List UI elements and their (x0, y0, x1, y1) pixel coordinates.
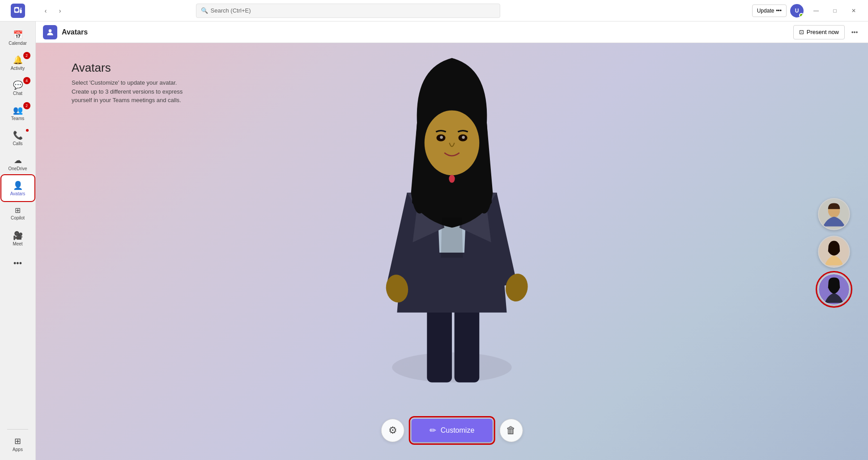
app-header: Avatars ⊡ Present now ••• (36, 21, 868, 43)
avatar-thumb-2[interactable] (818, 236, 850, 268)
sidebar-item-teams[interactable]: 👥 2 Teams (2, 100, 34, 125)
sidebar-item-meet[interactable]: 🎥 Meet (2, 226, 34, 251)
svg-point-15 (449, 175, 455, 183)
onedrive-label: OneDrive (8, 166, 27, 171)
titlebar-logo (0, 4, 36, 18)
search-icon: 🔍 (201, 7, 208, 14)
apps-label: Apps (13, 447, 23, 452)
calls-label: Calls (13, 141, 22, 146)
search-box[interactable]: 🔍 Search (Ctrl+E) (196, 4, 500, 18)
copilot-icon: ⊞ (15, 206, 21, 215)
avatar-thumb-3[interactable] (818, 273, 850, 305)
svg-point-1 (16, 9, 18, 11)
app-icon (43, 25, 57, 39)
bottom-controls: ⚙ ✏ Customize 🗑 (381, 419, 523, 442)
sidebar-item-activity[interactable]: 🔔 2 Activity (2, 50, 34, 75)
sidebar-item-onedrive[interactable]: ☁ OneDrive (2, 150, 34, 176)
update-button[interactable]: Update ••• (752, 4, 787, 17)
titlebar-nav: ‹ › (36, 4, 70, 17)
svg-point-10 (425, 110, 480, 175)
sidebar-item-calendar[interactable]: 📅 Calendar (2, 25, 34, 50)
update-label: Update (757, 8, 774, 14)
minimize-button[interactable]: — (807, 4, 825, 18)
titlebar-right: Update ••• U — □ ✕ (752, 4, 868, 18)
teams-badge: 2 (23, 102, 30, 109)
maximize-button[interactable]: □ (826, 4, 844, 18)
app-title: Avatars (62, 28, 88, 36)
close-button[interactable]: ✕ (845, 4, 863, 18)
content-area: Avatars Select 'Customize' to update you… (36, 43, 868, 460)
settings-button[interactable]: ⚙ (381, 419, 404, 442)
teams-label: Teams (11, 116, 24, 121)
customize-label: Customize (441, 426, 475, 434)
apps-icon: ⊞ (14, 436, 21, 446)
teams-logo-icon (11, 4, 25, 18)
calendar-label: Calendar (9, 41, 27, 46)
chat-badge: 4 (23, 77, 30, 84)
avatars-label: Avatars (10, 191, 26, 196)
desc-line1: Select 'Customize' to update your avatar… (72, 79, 177, 86)
sidebar-item-calls[interactable]: 📞 Calls (2, 125, 34, 150)
copilot-label: Copilot (11, 215, 25, 220)
more-icon: ••• (13, 259, 22, 268)
avatar-selector-panel (818, 198, 850, 305)
delete-button[interactable]: 🗑 (499, 419, 523, 442)
activity-label: Activity (11, 66, 25, 71)
activity-icon: 🔔 (13, 55, 23, 65)
update-dots: ••• (776, 8, 782, 14)
settings-icon: ⚙ (388, 425, 397, 436)
app-sidebar: 📅 Calendar 🔔 2 Activity 💬 4 Chat 👥 2 Tea… (0, 21, 36, 460)
sidebar-item-chat[interactable]: 💬 4 Chat (2, 75, 34, 100)
chat-icon: 💬 (13, 80, 23, 90)
meet-label: Meet (13, 241, 22, 246)
forward-button[interactable]: › (54, 4, 66, 17)
svg-point-2 (49, 29, 52, 32)
user-status-dot (799, 13, 804, 17)
onedrive-icon: ☁ (14, 155, 22, 165)
calls-badge-dot (25, 128, 30, 133)
desc-line3: yourself in your Teams meetings and call… (72, 97, 181, 103)
svg-point-0 (21, 8, 22, 9)
trash-icon: 🗑 (506, 425, 516, 436)
present-icon: ⊡ (799, 29, 804, 35)
window-controls: — □ ✕ (807, 4, 863, 18)
content-heading: Avatars (72, 61, 183, 75)
avatar-thumb-1[interactable] (818, 198, 850, 230)
nav-divider (7, 429, 28, 430)
svg-rect-5 (455, 302, 480, 382)
main-content: Avatars ⊡ Present now ••• Avatars Select… (36, 21, 868, 460)
avatars-icon: 👤 (13, 181, 23, 190)
svg-point-14 (462, 136, 465, 139)
svg-rect-4 (427, 302, 452, 382)
sidebar-item-copilot[interactable]: ⊞ Copilot (2, 201, 34, 226)
desc-line2: Create up to 3 different versions to exp… (72, 88, 183, 95)
search-placeholder: Search (Ctrl+E) (211, 7, 251, 14)
pencil-icon: ✏ (430, 426, 436, 435)
main-avatar-figure (362, 43, 541, 392)
sidebar-item-more[interactable]: ••• (2, 251, 34, 276)
activity-badge: 2 (23, 52, 30, 59)
customize-button[interactable]: ✏ Customize (412, 419, 493, 442)
sidebar-item-avatars[interactable]: 👤 Avatars (2, 176, 34, 201)
back-button[interactable]: ‹ (39, 4, 52, 17)
svg-point-13 (440, 136, 443, 139)
titlebar: ‹ › 🔍 Search (Ctrl+E) Update ••• U — □ ✕ (0, 0, 868, 21)
user-avatar[interactable]: U (790, 4, 804, 17)
meet-icon: 🎥 (13, 231, 23, 241)
titlebar-search-area: 🔍 Search (Ctrl+E) (196, 4, 500, 18)
app-header-right: ⊡ Present now ••• (793, 25, 861, 39)
avatar-description: Avatars Select 'Customize' to update you… (72, 61, 183, 105)
present-label: Present now (807, 29, 839, 35)
present-now-button[interactable]: ⊡ Present now (793, 25, 845, 39)
header-more-button[interactable]: ••• (848, 26, 861, 39)
calls-icon: 📞 (13, 130, 23, 140)
calendar-icon: 📅 (13, 30, 23, 40)
chat-label: Chat (13, 91, 22, 96)
teams-icon: 👥 (13, 105, 23, 115)
sidebar-item-apps[interactable]: ⊞ Apps (2, 431, 34, 456)
